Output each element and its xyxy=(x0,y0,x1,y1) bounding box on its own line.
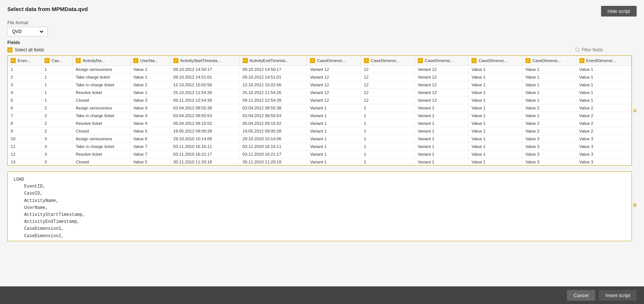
script-section[interactable]: LOAD EventID, CaseID, ActivityName, User… xyxy=(7,171,632,241)
bottom-bar: Cancel Insert script xyxy=(0,286,644,304)
col-checkbox-casedimension1[interactable] xyxy=(310,58,315,63)
col-checkbox-casedimension3[interactable] xyxy=(418,58,423,63)
cell-eventid: 1 xyxy=(8,66,41,73)
cell-eventdimension1: Value 2 xyxy=(576,112,631,120)
col-label-activitystarttimestamp: ActivityStartTimesta... xyxy=(180,58,221,63)
cancel-button[interactable]: Cancel xyxy=(567,290,595,301)
cell-activitystarttimestamp: 09.11.2012 12:54:39 xyxy=(170,97,239,104)
cell-casedimension5: Value 2 xyxy=(522,120,576,127)
cell-caseid: 2 xyxy=(41,127,73,135)
col-header-caseid[interactable]: Cas... xyxy=(41,56,73,66)
cell-casedimension5: Value 1 xyxy=(522,66,576,73)
svg-line-1 xyxy=(578,51,579,52)
cell-casedimension4: Value 1 xyxy=(468,89,522,97)
col-checkbox-eventid[interactable] xyxy=(11,58,16,63)
section-a-label: A xyxy=(633,108,637,113)
table-row: 82Resolve ticketValue 405.04.2012 09:15:… xyxy=(8,120,631,127)
hide-script-button[interactable]: Hide script xyxy=(601,6,637,17)
col-header-casedimension5[interactable]: CaseDimensi... xyxy=(522,56,576,66)
cell-activityname: Closed xyxy=(73,97,130,104)
cell-casedimension1: Variant 12 xyxy=(307,97,361,104)
cell-username: Value 7 xyxy=(130,151,170,158)
cell-casedimension1: Variant 1 xyxy=(307,104,361,112)
col-checkbox-activitystarttimestamp[interactable] xyxy=(173,58,178,63)
cell-casedimension3: Variant 1 xyxy=(415,143,468,151)
cell-activityendtimestamp: 03.04.2012 08:55:53 xyxy=(239,112,307,120)
cell-eventdimension1: Value 1 xyxy=(576,81,631,89)
cell-username: Value 4 xyxy=(130,112,170,120)
page-title: Select data from MPMData.qvd xyxy=(7,6,88,12)
file-format-label: File format xyxy=(7,20,637,25)
col-header-casedimension2[interactable]: CaseDimensi... xyxy=(361,56,415,66)
cell-casedimension1: Variant 12 xyxy=(307,89,361,97)
cell-eventdimension1: Value 1 xyxy=(576,66,631,73)
file-format-select-wrapper[interactable]: QVD xyxy=(7,27,48,36)
cell-casedimension3: Variant 12 xyxy=(415,97,468,104)
col-label-eventid: Even... xyxy=(18,58,31,63)
cell-casedimension3: Variant 1 xyxy=(415,112,468,120)
cell-activitystarttimestamp: 03.11.2010 16:16:11 xyxy=(170,143,239,151)
cell-casedimension3: Variant 12 xyxy=(415,73,468,81)
col-checkbox-casedimension2[interactable] xyxy=(364,58,369,63)
cell-casedimension5: Value 3 xyxy=(522,135,576,143)
cell-activityname: Resolve ticket xyxy=(73,89,130,97)
col-header-activityendtimestamp[interactable]: ActivityEndTimesta... xyxy=(239,56,307,66)
col-checkbox-casedimension4[interactable] xyxy=(471,58,477,63)
cell-casedimension4: Value 1 xyxy=(468,66,522,73)
cell-activityname: Take in charge ticket xyxy=(73,81,130,89)
cell-activityname: Assign seriousness xyxy=(73,135,130,143)
table-row: 41Resolve ticketValue 125.10.2012 11:54:… xyxy=(8,89,631,97)
fields-label: Fields xyxy=(7,40,637,45)
col-checkbox-username[interactable] xyxy=(133,58,138,63)
table-row: 72Take in charge ticketValue 403.04.2012… xyxy=(8,112,631,120)
cell-eventdimension1: Value 3 xyxy=(576,151,631,158)
cell-eventid: 4 xyxy=(8,89,41,97)
cell-eventdimension1: Value 2 xyxy=(576,104,631,112)
cell-eventid: 3 xyxy=(8,81,41,89)
file-format-select[interactable]: QVD xyxy=(11,29,44,35)
col-header-activitystarttimestamp[interactable]: ActivityStartTimesta... xyxy=(170,56,239,66)
cell-casedimension5: Value 1 xyxy=(522,97,576,104)
cell-casedimension2: 1 xyxy=(361,158,415,166)
cell-casedimension1: Variant 1 xyxy=(307,127,361,135)
filter-fields-input[interactable] xyxy=(582,47,637,53)
cell-eventid: 7 xyxy=(8,112,41,120)
col-header-username[interactable]: UserNa... xyxy=(130,56,170,66)
col-checkbox-activityname[interactable] xyxy=(76,58,81,63)
cell-casedimension3: Variant 1 xyxy=(415,127,468,135)
cell-eventdimension1: Value 1 xyxy=(576,97,631,104)
col-label-activityname: ActivityNa... xyxy=(83,58,105,63)
col-checkbox-caseid[interactable] xyxy=(44,58,50,63)
col-label-username: UserNa... xyxy=(140,58,158,63)
cell-activityname: Closed xyxy=(73,158,130,166)
cell-casedimension2: 12 xyxy=(361,73,415,81)
cell-caseid: 3 xyxy=(41,143,73,151)
cell-casedimension5: Value 2 xyxy=(522,112,576,120)
col-header-eventid[interactable]: Even... xyxy=(8,56,41,66)
cell-casedimension2: 12 xyxy=(361,81,415,89)
table-row: 133ClosedValue 530.11.2010 11:20:1830.11… xyxy=(8,158,631,166)
table-row: 31Take in charge ticketValue 212.10.2012… xyxy=(8,81,631,89)
col-header-casedimension4[interactable]: CaseDimensi... xyxy=(468,56,522,66)
cell-casedimension4: Value 1 xyxy=(468,151,522,158)
col-label-caseid: Cas... xyxy=(51,58,62,63)
col-header-activityname[interactable]: ActivityNa... xyxy=(73,56,130,66)
cell-casedimension2: 12 xyxy=(361,89,415,97)
cell-eventid: 13 xyxy=(8,158,41,166)
select-all-checkbox[interactable] xyxy=(7,47,12,53)
col-label-eventdimension1: EventDimensi... xyxy=(586,58,616,63)
cell-activityname: Take in charge ticket xyxy=(73,112,130,120)
table-row: 62Assign seriousnessValue 403.04.2012 08… xyxy=(8,104,631,112)
cell-activitystarttimestamp: 05.04.2012 09:15:52 xyxy=(170,120,239,127)
col-header-eventdimension1[interactable]: EventDimensi... xyxy=(576,56,631,66)
cell-activitystarttimestamp: 12.10.2012 15:02:56 xyxy=(170,81,239,89)
col-header-casedimension1[interactable]: CaseDimensi... xyxy=(307,56,361,66)
cell-activitystarttimestamp: 03.04.2012 08:55:38 xyxy=(170,104,239,112)
col-checkbox-eventdimension1[interactable] xyxy=(579,58,585,63)
col-header-casedimension3[interactable]: CaseDimensi... xyxy=(415,56,468,66)
col-checkbox-casedimension5[interactable] xyxy=(525,58,531,63)
insert-script-button[interactable]: Insert script xyxy=(599,290,637,301)
select-all-label: Select all fields xyxy=(15,47,44,53)
cell-casedimension1: Variant 12 xyxy=(307,66,361,73)
col-checkbox-activityendtimestamp[interactable] xyxy=(243,58,248,63)
